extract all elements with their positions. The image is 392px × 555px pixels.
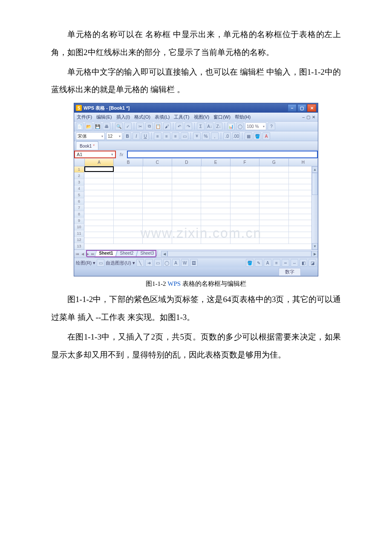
sheet-tab-3[interactable]: Sheet3: [135, 250, 158, 258]
row-header-1[interactable]: 1: [74, 166, 84, 173]
mdi-restore-button[interactable]: ▢: [306, 115, 310, 119]
row-header-6[interactable]: 6: [74, 198, 84, 205]
fill-color-button[interactable]: 🪣: [254, 132, 261, 140]
mdi-minimize-button[interactable]: –: [302, 115, 305, 119]
cut-button[interactable]: [136, 122, 144, 130]
column-header-a[interactable]: A: [85, 159, 114, 166]
column-header-f[interactable]: F: [231, 159, 259, 166]
copy-button[interactable]: [145, 122, 153, 130]
column-header-c[interactable]: C: [143, 159, 172, 166]
menu-view[interactable]: 视图(V): [194, 114, 210, 120]
select-all-corner[interactable]: [74, 159, 85, 166]
name-box[interactable]: A1: [74, 151, 116, 158]
align-left-button[interactable]: ≡: [154, 132, 161, 140]
sort-desc-button[interactable]: Z↓: [215, 122, 222, 130]
preview-button[interactable]: 🔍: [115, 122, 123, 130]
drawing-button[interactable]: ◯: [236, 122, 244, 130]
sum-button[interactable]: Σ: [197, 122, 205, 130]
tab-nav-prev-icon[interactable]: ◀: [80, 252, 85, 256]
select-objects-button[interactable]: ▭: [97, 259, 104, 267]
scroll-up-arrow-icon[interactable]: ▲: [312, 166, 318, 173]
scroll-thumb[interactable]: [312, 173, 318, 195]
textbox-tool-button[interactable]: A: [172, 259, 180, 267]
menu-tools[interactable]: 工具(T): [174, 114, 189, 120]
column-header-h[interactable]: H: [289, 159, 318, 166]
decrease-decimal-button[interactable]: .0: [223, 132, 231, 140]
row-header-8[interactable]: 8: [74, 211, 84, 218]
column-header-b[interactable]: B: [114, 159, 143, 166]
mdi-close-button[interactable]: ✕: [312, 115, 315, 119]
fx-icon[interactable]: fx: [116, 152, 127, 157]
row-header-11[interactable]: 11: [74, 230, 84, 237]
new-button[interactable]: [76, 122, 84, 130]
menu-help[interactable]: 帮助(H): [235, 114, 251, 120]
sort-asc-button[interactable]: A↓: [206, 122, 213, 130]
row-header-13[interactable]: 13: [74, 243, 84, 250]
sheet-tab-2[interactable]: Sheet2: [115, 250, 138, 258]
menu-window[interactable]: 窗口(W): [213, 114, 231, 120]
rect-tool-button[interactable]: ▭: [154, 259, 162, 267]
3d-button[interactable]: ◪: [308, 259, 316, 267]
redo-button[interactable]: ↷: [184, 122, 192, 130]
line-style-button[interactable]: ≡: [273, 259, 280, 267]
hscroll-track[interactable]: [167, 251, 311, 257]
row-header-12[interactable]: 12: [74, 237, 84, 243]
scroll-down-arrow-icon[interactable]: ▼: [312, 243, 318, 250]
row-header-2[interactable]: 2: [74, 173, 84, 179]
help-button[interactable]: ?: [268, 122, 275, 130]
horizontal-scrollbar[interactable]: ◀ ▶: [161, 251, 318, 257]
font-color-tool-button[interactable]: A: [264, 259, 271, 267]
font-name-combo[interactable]: 宋体: [76, 132, 105, 140]
format-painter-button[interactable]: 🖌: [163, 122, 171, 130]
arrow-tool-button[interactable]: ➔: [145, 259, 153, 267]
shadow-button[interactable]: ◧: [300, 259, 307, 267]
bold-button[interactable]: B: [124, 132, 131, 140]
wordart-tool-button[interactable]: W: [181, 259, 189, 267]
tab-nav-first-icon[interactable]: ⏮: [75, 252, 80, 256]
undo-button[interactable]: ↶: [176, 122, 183, 130]
autoshapes-menu[interactable]: 自选图形(U) ▾: [106, 260, 135, 266]
comma-button[interactable]: ,: [211, 132, 219, 140]
column-header-e[interactable]: E: [202, 159, 231, 166]
row-header-10[interactable]: 10: [74, 224, 84, 230]
line-color-tool-button[interactable]: ✎: [255, 259, 262, 267]
italic-button[interactable]: I: [133, 132, 140, 140]
align-right-button[interactable]: ≡: [172, 132, 179, 140]
underline-button[interactable]: U: [141, 132, 149, 140]
print-button[interactable]: [103, 122, 110, 130]
menu-format[interactable]: 格式(O): [134, 114, 150, 120]
caption-wps-link[interactable]: WPS: [167, 280, 181, 287]
oval-tool-button[interactable]: ◯: [163, 259, 171, 267]
tab-nav-next-icon[interactable]: ▶: [85, 252, 90, 256]
increase-decimal-button[interactable]: .00: [232, 132, 240, 140]
fill-color-tool-button[interactable]: 🪣: [246, 259, 254, 267]
menu-file[interactable]: 文件(F): [77, 114, 92, 120]
row-header-7[interactable]: 7: [74, 205, 84, 211]
borders-button[interactable]: ▦: [245, 132, 252, 140]
hscroll-right-arrow-icon[interactable]: ▶: [311, 251, 318, 257]
currency-button[interactable]: ￥: [193, 132, 201, 140]
arrow-style-button[interactable]: ↔: [291, 259, 298, 267]
formula-bar[interactable]: [127, 151, 318, 158]
vertical-scrollbar[interactable]: ▲ ▼: [311, 166, 318, 250]
hscroll-left-arrow-icon[interactable]: ◀: [161, 251, 167, 257]
column-header-g[interactable]: G: [259, 159, 288, 166]
draw-menu[interactable]: 绘图(R) ▾: [76, 260, 95, 266]
row-header-5[interactable]: 5: [74, 192, 84, 198]
menu-edit[interactable]: 编辑(E): [96, 114, 112, 120]
insert-picture-button[interactable]: 🖼: [190, 259, 198, 267]
zoom-combo[interactable]: 100 %: [245, 122, 266, 130]
save-button[interactable]: [94, 122, 101, 130]
font-color-button[interactable]: A: [262, 132, 270, 140]
line-tool-button[interactable]: ╲: [136, 259, 144, 267]
row-header-4[interactable]: 4: [74, 186, 84, 192]
open-button[interactable]: [85, 122, 92, 130]
window-close-button[interactable]: ✕: [307, 104, 316, 112]
font-size-combo[interactable]: 12: [106, 132, 122, 140]
menu-form[interactable]: 表填(L): [155, 114, 170, 120]
row-header-9[interactable]: 9: [74, 218, 84, 224]
chart-button[interactable]: 📊: [227, 122, 235, 130]
paste-button[interactable]: [154, 122, 162, 130]
percent-button[interactable]: %: [202, 132, 210, 140]
sheet-tab-1[interactable]: Sheet1: [95, 250, 117, 258]
